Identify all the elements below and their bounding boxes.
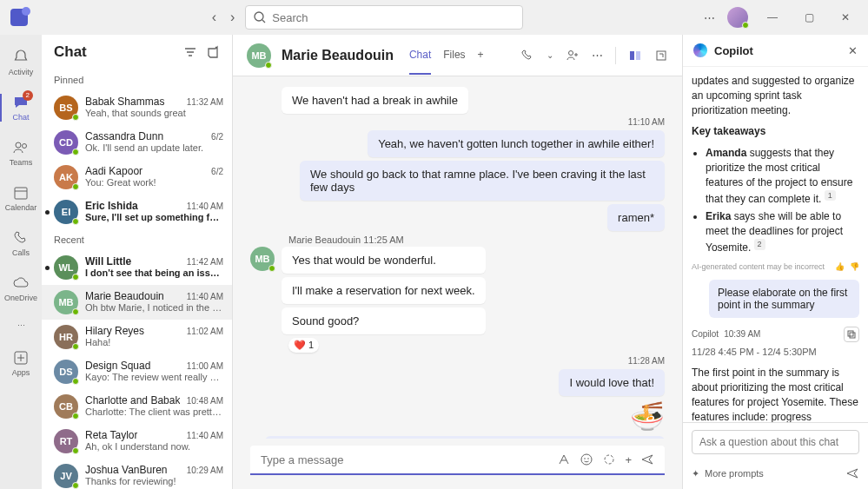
reaction-heart[interactable]: ❤️ 1 xyxy=(288,338,319,353)
sidebar-teams[interactable]: Teams xyxy=(0,132,42,174)
sparkle-icon: ✦ xyxy=(692,468,699,479)
chat-avatar: RT xyxy=(54,429,78,453)
chat-avatar: WL xyxy=(54,255,78,280)
recent-section-label: Recent xyxy=(42,229,232,250)
minimize-button[interactable]: — xyxy=(760,11,785,23)
maximize-button[interactable]: ▢ xyxy=(797,11,821,23)
tab-add[interactable]: + xyxy=(478,36,484,75)
close-icon[interactable]: ✕ xyxy=(848,44,858,57)
reference-badge[interactable]: 1 xyxy=(825,190,836,202)
message-bubble[interactable]: Sound good? xyxy=(282,307,486,334)
sidebar-chat[interactable]: 2 Chat xyxy=(0,87,42,129)
copilot-response-name: Copilot xyxy=(692,329,719,339)
loop-icon[interactable] xyxy=(602,453,616,466)
ai-disclaimer-text: AI-generated content may be incorrect xyxy=(692,262,825,271)
filter-icon[interactable] xyxy=(183,45,197,59)
popout-icon[interactable] xyxy=(654,49,668,63)
thumbs-up-icon[interactable]: 👍 xyxy=(835,262,845,271)
conversation-avatar[interactable]: MB xyxy=(247,43,271,68)
nav-back-icon[interactable]: ‹ xyxy=(209,6,220,29)
sidebar-calls[interactable]: Calls xyxy=(0,222,42,264)
search-input[interactable] xyxy=(272,11,515,24)
chevron-down-icon[interactable]: ⌄ xyxy=(547,50,553,60)
reference-badge[interactable]: 2 xyxy=(754,239,765,250)
chat-avatar: JV xyxy=(54,464,78,488)
copilot-input[interactable] xyxy=(692,430,859,454)
chat-time: 11:40 AM xyxy=(187,202,223,211)
chat-avatar: CB xyxy=(54,394,78,419)
message-bubble[interactable]: I'll make a reservation for next week. xyxy=(282,277,486,304)
chat-preview: Charlotte: The client was pretty happy w… xyxy=(85,406,223,417)
message-bubble[interactable]: Yes that would be wonderful. xyxy=(282,247,486,274)
message-bubble[interactable]: ramen* xyxy=(607,204,665,231)
message-bubble[interactable]: We should go back to that ramne place. I… xyxy=(300,161,665,201)
format-icon[interactable] xyxy=(557,453,571,466)
search-box[interactable] xyxy=(245,5,523,30)
svg-point-9 xyxy=(569,50,573,55)
copilot-timerange: 11/28 4:45 PM - 12/4 5:30PM xyxy=(692,346,859,359)
sidebar-calendar[interactable]: Calendar xyxy=(0,177,42,219)
svg-point-3 xyxy=(23,144,27,149)
nav-forward-icon[interactable]: › xyxy=(227,6,238,29)
message-bubble[interactable]: We haven't had a break in awhile xyxy=(282,87,468,114)
svg-point-13 xyxy=(581,454,592,465)
chat-name: Babak Shammas xyxy=(85,96,164,108)
chat-item[interactable]: RTReta Taylor11:40 AMAh, ok I understand… xyxy=(42,424,232,459)
message-timestamp: 11:28 AM xyxy=(250,356,665,366)
ramen-emoji: 🍜 xyxy=(250,400,665,433)
more-prompts-link[interactable]: More prompts xyxy=(705,468,764,479)
calendar-icon xyxy=(12,184,30,202)
chat-preview: Sure, I'll set up something for next wee… xyxy=(85,212,223,222)
sender-avatar[interactable]: MB xyxy=(250,247,275,271)
chat-avatar: EI xyxy=(54,200,78,224)
sidebar-more[interactable]: ⋯ xyxy=(0,313,42,339)
copilot-send-icon[interactable] xyxy=(845,466,859,480)
message-bubble[interactable]: I would love that! xyxy=(559,369,665,396)
thumbs-down-icon[interactable]: 👎 xyxy=(850,262,859,271)
app-sidebar: Activity 2 Chat Teams Calendar Calls One… xyxy=(0,35,42,489)
chat-item[interactable]: JVJoshua VanBuren10:29 AMThanks for revi… xyxy=(42,459,232,489)
message-input[interactable] xyxy=(261,453,548,466)
chat-item[interactable]: MBMarie Beaudouin11:40 AMOh btw Marie, I… xyxy=(42,285,232,320)
svg-rect-17 xyxy=(848,331,853,336)
chat-time: 6/2 xyxy=(211,167,223,176)
chat-item[interactable]: CBCharlotte and Babak10:48 AMCharlotte: … xyxy=(42,389,232,424)
chat-item[interactable]: HRHilary Reyes11:02 AMHaha! xyxy=(42,320,232,354)
tab-files[interactable]: Files xyxy=(443,36,465,75)
send-icon[interactable] xyxy=(640,453,654,466)
chat-preview: Oh btw Marie, I noticed in the document … xyxy=(85,302,223,313)
sidebar-apps[interactable]: Apps xyxy=(0,342,42,384)
call-icon[interactable] xyxy=(520,49,534,63)
svg-line-1 xyxy=(262,20,265,23)
message-bubble[interactable]: Yeah, we haven't gotten lunch together i… xyxy=(368,130,665,157)
chat-item[interactable]: DSDesign Squad11:00 AMKayo: The review w… xyxy=(42,354,232,389)
emoji-icon[interactable] xyxy=(580,453,593,466)
tab-chat[interactable]: Chat xyxy=(409,36,431,75)
chat-time: 6/2 xyxy=(211,132,223,142)
sidebar-label: Chat xyxy=(12,113,29,122)
message-timestamp: 11:10 AM xyxy=(250,117,665,127)
chat-item[interactable]: BSBabak Shammas11:32 AMYeah, that sounds… xyxy=(42,90,232,125)
chat-item[interactable]: WLWill Little11:42 AMI don't see that be… xyxy=(42,250,232,285)
more-icon[interactable]: ⋯ xyxy=(592,49,603,62)
chat-item[interactable]: EIEric Ishida11:40 AMSure, I'll set up s… xyxy=(42,195,232,229)
chat-time: 10:48 AM xyxy=(187,396,223,406)
user-avatar[interactable] xyxy=(727,7,748,28)
sidebar-activity[interactable]: Activity xyxy=(0,42,42,83)
message-bubble[interactable]: Marie Beaudouin 11:05 AM Here is the lat… xyxy=(265,436,665,439)
copilot-toggle-icon[interactable] xyxy=(628,49,642,63)
message-compose[interactable]: + xyxy=(250,446,665,475)
new-chat-icon[interactable] xyxy=(206,45,220,59)
chat-preview: I don't see that being an issue. Can you… xyxy=(85,268,223,278)
close-button[interactable]: ✕ xyxy=(833,11,858,23)
chat-time: 11:02 AM xyxy=(187,327,223,336)
add-icon[interactable]: + xyxy=(625,453,632,466)
chat-item[interactable]: AKAadi Kapoor6/2You: Great work! xyxy=(42,160,232,195)
pinned-section-label: Pinned xyxy=(42,69,232,90)
add-people-icon[interactable] xyxy=(566,49,580,63)
more-icon[interactable]: ⋯ xyxy=(704,11,715,24)
svg-point-0 xyxy=(255,12,263,21)
chat-item[interactable]: CDCassandra Dunn6/2Ok. I'll send an upda… xyxy=(42,125,232,160)
copy-icon[interactable] xyxy=(844,327,859,342)
sidebar-onedrive[interactable]: OneDrive xyxy=(0,268,42,309)
